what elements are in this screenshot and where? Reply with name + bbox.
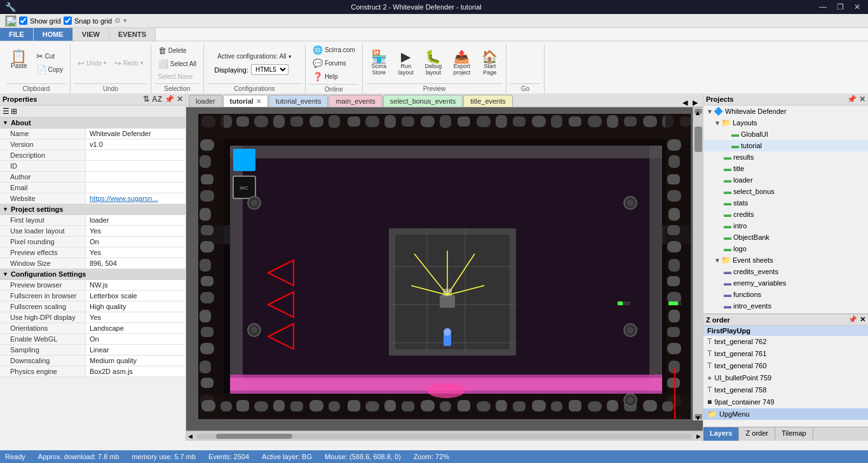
copy-button[interactable]: 📄 Copy: [33, 64, 66, 76]
hscroll-left-btn[interactable]: ◀: [186, 433, 194, 439]
tree-layouts[interactable]: ▼ 📁 Layouts: [703, 117, 868, 128]
val-description[interactable]: [86, 150, 186, 160]
zorder-pin-icon[interactable]: 📌: [848, 315, 857, 324]
tree-objectbank[interactable]: ▬ ObjectBank: [703, 232, 868, 243]
tree-credits[interactable]: ▬ credits: [703, 209, 868, 220]
section-about[interactable]: ▼ About: [0, 118, 186, 128]
vscroll-down-btn[interactable]: ▼: [695, 414, 702, 419]
tab-loader[interactable]: loader: [189, 95, 222, 107]
bottom-tab-tilemap[interactable]: Tilemap: [775, 427, 813, 441]
zorder-item-5[interactable]: ■ 9pat_container 749: [703, 396, 868, 408]
select-none-button[interactable]: Select None: [155, 71, 196, 82]
scirra-com-button[interactable]: 🌐 Scirra.com: [309, 44, 358, 56]
run-layout-button[interactable]: ▶ Runlayout: [394, 48, 418, 78]
zorder-item-0[interactable]: T text_general 762: [703, 336, 868, 348]
bottom-tab-zorder[interactable]: Z order: [739, 427, 775, 441]
tree-root[interactable]: ▼ 🔷 Whitevale Defender: [703, 106, 868, 117]
vscroll-thumb[interactable]: [695, 127, 702, 152]
tab-tutorial-events[interactable]: tutorial_events: [269, 95, 329, 107]
tree-tutorial[interactable]: ▬ tutorial: [703, 140, 868, 151]
canvas-main[interactable]: WC: [186, 107, 703, 431]
val-orientations[interactable]: Landscape: [86, 323, 186, 333]
val-window-size[interactable]: 896, 504: [86, 258, 186, 268]
props-az-icon[interactable]: AZ: [152, 95, 162, 104]
val-email[interactable]: [86, 183, 186, 193]
tree-loader[interactable]: ▬ loader: [703, 174, 868, 186]
tree-logo[interactable]: ▬ logo: [703, 243, 868, 254]
paste-button[interactable]: 📋 Paste: [6, 47, 32, 79]
val-physics[interactable]: Box2D asm.js: [86, 366, 186, 377]
val-pixel-rounding[interactable]: On: [86, 237, 186, 247]
tab-view[interactable]: VIEW: [73, 28, 109, 41]
tab-home[interactable]: HOME: [34, 28, 73, 41]
vscroll-up-btn[interactable]: ▲: [695, 109, 702, 114]
close-button[interactable]: ✕: [851, 3, 863, 11]
active-configurations-button[interactable]: Active configurations: All ▾: [214, 51, 294, 62]
val-name[interactable]: Whitevale Defender: [86, 128, 186, 139]
section-project-settings[interactable]: ▼ Project settings: [0, 204, 186, 215]
hscroll-thumb[interactable]: [216, 434, 292, 439]
tab-file[interactable]: FILE: [0, 28, 34, 41]
html5-select[interactable]: HTML5: [251, 64, 288, 75]
tab-main-events[interactable]: main_events: [329, 95, 382, 107]
tab-tutorial[interactable]: tutorial ✕: [223, 95, 268, 107]
canvas-vscroll[interactable]: ▲ ▼: [693, 107, 703, 420]
val-fullscreen-scaling[interactable]: High quality: [86, 301, 186, 312]
props-sort-icon[interactable]: ⇅: [143, 95, 149, 104]
tree-globalui[interactable]: ▬ GlobalUI: [703, 128, 868, 140]
help-button[interactable]: ❓ Help: [309, 71, 341, 83]
start-page-button[interactable]: 🏠 StartPage: [477, 48, 502, 78]
snap-to-grid-checkbox[interactable]: [64, 17, 72, 25]
val-version[interactable]: v1.0: [86, 139, 186, 149]
tab-title-events[interactable]: title_events: [463, 95, 513, 107]
projects-pin-icon[interactable]: 📌: [847, 95, 857, 104]
zorder-item-1[interactable]: T text_general 761: [703, 348, 868, 360]
minimize-button[interactable]: —: [817, 3, 829, 11]
forums-button[interactable]: 💬 Forums: [309, 57, 349, 69]
snap-to-grid-checkbox-label[interactable]: Snap to grid: [64, 17, 112, 25]
val-preview-effects[interactable]: Yes: [86, 247, 186, 258]
tree-results[interactable]: ▬ results: [703, 151, 868, 163]
scirra-store-button[interactable]: 🏪 ScirraStore: [367, 48, 391, 78]
tabs-scroll-left[interactable]: ◀: [680, 99, 690, 107]
val-downscaling[interactable]: Medium quality: [86, 356, 186, 366]
tree-title[interactable]: ▬ title: [703, 163, 868, 174]
val-website[interactable]: https://www.sugarsn...: [86, 193, 186, 204]
tree-credits-events[interactable]: ▬ credits_events: [703, 266, 868, 277]
val-webgl[interactable]: On: [86, 334, 186, 344]
section-config-settings[interactable]: ▼ Configuration Settings: [0, 269, 186, 280]
props-pin-icon[interactable]: 📌: [165, 95, 174, 104]
tab-select-bonus-events[interactable]: select_bonus_events: [383, 95, 463, 107]
zorder-item-2[interactable]: T text_general 760: [703, 360, 868, 372]
debug-layout-button[interactable]: 🐛 Debuglayout: [421, 48, 447, 78]
zorder-item-6[interactable]: 📁 UpgMenu: [703, 408, 868, 420]
projects-close-icon[interactable]: ✕: [859, 95, 865, 104]
val-first-layout[interactable]: loader: [86, 215, 186, 225]
val-preview-browser[interactable]: NW.js: [86, 280, 186, 290]
tree-stats[interactable]: ▬ stats: [703, 197, 868, 209]
maximize-button[interactable]: ❐: [834, 3, 846, 11]
delete-button[interactable]: 🗑 Delete: [155, 45, 190, 57]
tabs-scroll-right[interactable]: ▶: [690, 99, 700, 107]
props-list-icon[interactable]: ☰: [3, 107, 10, 116]
zorder-item-3[interactable]: ● UI_bulletPoint 759: [703, 372, 868, 384]
tree-event-sheets[interactable]: ▼ 📁 Event sheets: [703, 254, 868, 266]
val-id[interactable]: [86, 161, 186, 171]
export-project-button[interactable]: 📤 Exportproject: [449, 48, 475, 78]
tab-events[interactable]: EVENTS: [109, 28, 156, 41]
undo-button[interactable]: ↩ Undo ▾: [74, 57, 110, 69]
props-sort2-icon[interactable]: ⊞: [11, 107, 17, 116]
canvas-hscroll[interactable]: ◀ ▶: [186, 431, 703, 441]
props-close-icon[interactable]: ✕: [177, 95, 183, 104]
bottom-tab-layers[interactable]: Layers: [703, 427, 739, 441]
tab-tutorial-close[interactable]: ✕: [256, 98, 261, 105]
show-grid-checkbox[interactable]: [19, 17, 27, 25]
val-hidpi[interactable]: Yes: [86, 312, 186, 322]
tree-functions[interactable]: ▬ functions: [703, 289, 868, 300]
val-sampling[interactable]: Linear: [86, 345, 186, 355]
val-use-loader[interactable]: Yes: [86, 226, 186, 236]
val-fullscreen-browser[interactable]: Letterbox scale: [86, 291, 186, 301]
tree-enemy-variables[interactable]: ▬ enemy_variables: [703, 277, 868, 289]
show-grid-checkbox-label[interactable]: Show grid: [19, 17, 61, 25]
select-all-button[interactable]: ⬜ Select All: [155, 58, 200, 70]
